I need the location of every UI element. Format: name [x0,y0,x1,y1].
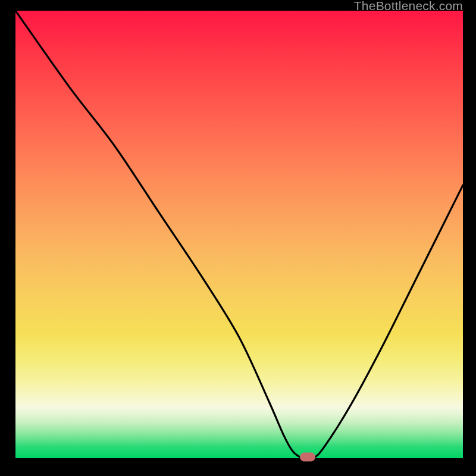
bottleneck-curve [15,11,463,458]
chart-frame: TheBottleneck.com [0,0,476,476]
plot-area [15,11,463,458]
attribution-text: TheBottleneck.com [354,0,463,13]
optimal-marker [300,452,315,461]
